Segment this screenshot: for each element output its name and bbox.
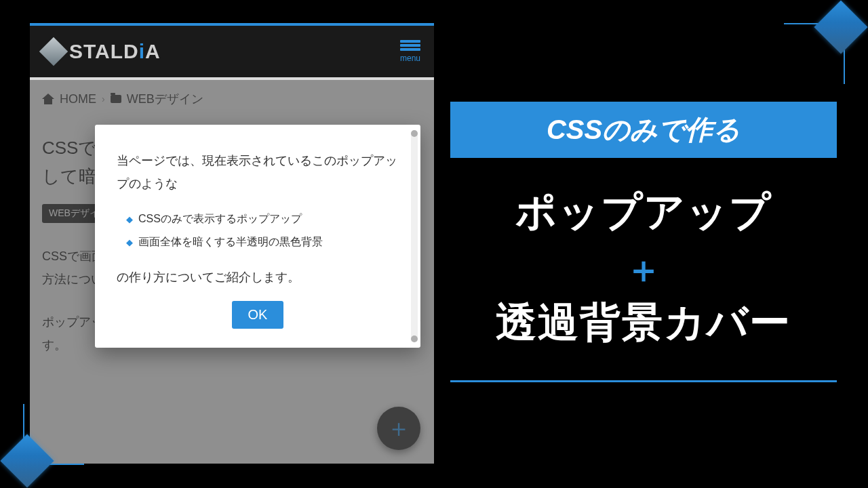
popup-tail-text: の作り方についてご紹介します。 — [117, 266, 399, 289]
scrollbar-arrow-up-icon[interactable] — [411, 130, 418, 137]
menu-label: menu — [400, 54, 420, 63]
logo-mark-icon — [39, 37, 68, 66]
scrollbar-arrow-down-icon[interactable] — [411, 336, 418, 342]
scrollbar-track[interactable] — [411, 130, 418, 342]
hamburger-icon — [400, 48, 420, 51]
banner-headline: CSSのみで作る — [450, 102, 837, 158]
popup-bullet: 画面全体を暗くする半透明の黒色背景 — [126, 230, 399, 253]
ok-button[interactable]: OK — [232, 301, 284, 329]
site-header: STALDiA menu — [30, 23, 434, 77]
banner-headline-em: CSSのみ — [547, 115, 658, 144]
website-preview: STALDiA menu HOME › WEBデザイン CSSでポップアップ作成… — [30, 23, 434, 464]
hamburger-icon — [400, 44, 420, 47]
popup-lead-text: 当ページでは、現在表示されているこのポップアップのような — [117, 149, 399, 195]
site-logo[interactable]: STALDiA — [43, 40, 161, 63]
popup-bullet: CSSのみで表示するポップアップ — [126, 207, 399, 230]
banner-plus-icon: ＋ — [625, 251, 662, 287]
hamburger-icon — [400, 40, 420, 43]
banner-headline-rest: で作る — [658, 115, 741, 144]
brand-text: STALD — [69, 40, 139, 62]
banner-main-2: 透過背景カバー — [496, 296, 791, 350]
banner-main-1: ポップアップ — [515, 185, 772, 240]
brand-accent: i — [139, 40, 145, 62]
brand-text: A — [145, 40, 161, 62]
popup-dialog: 当ページでは、現在表示されているこのポップアップのような CSSのみで表示するポ… — [95, 125, 420, 348]
banner: CSSのみで作る ポップアップ ＋ 透過背景カバー — [450, 102, 837, 382]
banner-divider — [450, 380, 837, 382]
menu-button[interactable]: menu — [400, 40, 420, 63]
